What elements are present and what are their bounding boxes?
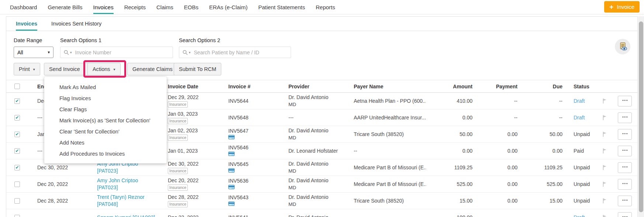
row-actions-button[interactable]: ••• [618, 196, 632, 206]
nav-item-generate-bills[interactable]: Generate Bills [48, 0, 82, 14]
search-options-2-label: Search Options 2 [179, 37, 220, 43]
insurance-badge: Insurance [168, 168, 188, 174]
payer-name-cell: AARP UnitedHealthcare Insur... [347, 115, 426, 121]
flag-icon[interactable] [602, 131, 607, 137]
nav-item-eras-e-claim[interactable]: ERAs (e-Claim) [209, 0, 247, 14]
header-cell-invoice-date: Invoice Date [161, 84, 222, 89]
row-checkbox[interactable] [14, 198, 20, 204]
row-actions-button[interactable]: ••• [618, 146, 632, 156]
flag-icon[interactable] [602, 214, 607, 217]
status-cell: Unpaid [564, 131, 593, 137]
menu-item-mark-as-mailed[interactable]: Mark As Mailed [44, 82, 167, 93]
flag-icon[interactable] [602, 165, 607, 170]
flag-icon[interactable] [602, 181, 607, 187]
tab-invoices[interactable]: Invoices [16, 17, 37, 31]
nav-item-dashboard[interactable]: Dashboard [10, 0, 37, 14]
patient-cell: Trent (Taryn) Reznor[PAT048] [90, 194, 161, 208]
row-checkbox[interactable]: ✔ [14, 132, 20, 137]
row-checkbox[interactable]: ✔ [14, 165, 20, 170]
checkmark-icon: ✔ [15, 115, 19, 120]
search-icon [183, 50, 188, 55]
patient-link[interactable]: Amy John Criptoo[PAT023] [97, 177, 138, 191]
generate-claims-button[interactable]: Generate Claims [127, 63, 178, 75]
due-cell: 15.00 [519, 198, 564, 204]
provider-credentials: MD [288, 167, 347, 174]
view-invoice-settings-button[interactable] [615, 39, 630, 54]
invoice-date-cell: Dec 30, 2022Insurance [161, 161, 222, 174]
payment-cell: 0.00 [474, 198, 519, 204]
invoice-number-search: ▾ [60, 47, 173, 58]
select-all-checkbox[interactable] [14, 84, 20, 89]
amount-cell: 0.00 [426, 148, 474, 154]
invoice-date-cell: Jan 02, 2023Insurance [161, 128, 222, 141]
due-cell: 0.00 [519, 148, 564, 154]
send-invoice-button[interactable]: Send Invoice▾ [44, 63, 90, 75]
date-range-select[interactable]: All ▾ [14, 47, 53, 58]
provider-cell: Dr. David AntonioMD [282, 127, 347, 141]
print-button[interactable]: Print▾ [14, 63, 40, 75]
document-eye-icon [618, 42, 628, 52]
status-cell: Unpaid [564, 181, 593, 187]
new-invoice-button[interactable]: + Invoice [604, 1, 640, 13]
payment-card-icon [228, 151, 235, 157]
flag-icon[interactable] [602, 198, 607, 204]
send-invoice-label: Send Invoice [49, 66, 80, 72]
patient-link[interactable]: Trent (Taryn) Reznor[PAT048] [97, 194, 145, 208]
row-checkbox[interactable]: ✔ [14, 115, 20, 121]
actions-label: Actions [93, 66, 110, 72]
encounter-date-cell: Dec 28, 2022 [30, 198, 90, 204]
row-actions-button[interactable]: ••• [618, 162, 632, 173]
flag-icon[interactable] [602, 148, 607, 154]
insurance-badge: Insurance [168, 101, 188, 108]
menu-item-mark-invoice-s-as-sent-for-collection[interactable]: Mark Invoice(s) as 'Sent for Collection' [44, 115, 167, 126]
nav-item-eobs[interactable]: EOBs [184, 0, 198, 14]
table-row: Sonam Kumari [CUA002]Dec 23, 2022INV5641… [6, 209, 637, 217]
nav-item-reports[interactable]: Reports [316, 0, 335, 14]
invoice-number: INV5647 [228, 128, 282, 134]
patient-link[interactable]: Sonam Kumari [CUA002] [97, 214, 155, 217]
menu-item-flag-invoices[interactable]: Flag Invoices [44, 93, 167, 104]
row-checkbox[interactable]: ✔ [14, 148, 20, 154]
actions-button[interactable]: Actions▾ [87, 63, 121, 75]
table-row: Dec 20, 2022Amy John Criptoo[PAT023]Dec … [6, 176, 637, 193]
submit-to-rcm-button[interactable]: Submit To RCM [174, 63, 221, 75]
row-checkbox[interactable] [14, 182, 20, 187]
tab-invoices-sent-history[interactable]: Invoices Sent History [51, 17, 101, 31]
flag-icon[interactable] [602, 98, 607, 104]
row-actions-button[interactable]: ••• [618, 96, 632, 106]
row-actions-button[interactable]: ••• [618, 112, 632, 123]
menu-item-add-notes[interactable]: Add Notes [44, 137, 167, 148]
table-row: Dec 28, 2022Trent (Taryn) Reznor[PAT048]… [6, 193, 637, 209]
row-actions-button[interactable]: ••• [618, 129, 632, 140]
patient-name: Amy John Criptoo [97, 177, 138, 183]
amount-cell: 0.00 [426, 115, 474, 121]
row-checkbox[interactable] [14, 215, 20, 217]
invoice-number-cell: INV5645 [222, 161, 282, 174]
nav-item-invoices[interactable]: Invoices [93, 0, 114, 14]
flag-icon[interactable] [602, 115, 607, 121]
row-checkbox[interactable]: ✔ [14, 98, 20, 104]
invoice-date-cell: Dec 28, 2022Insurance [161, 194, 222, 207]
row-actions-button[interactable]: ••• [618, 212, 632, 217]
invoice-number-input[interactable] [75, 49, 169, 56]
row-actions-button[interactable]: ••• [618, 179, 632, 190]
invoice-date-cell: Dec 20, 2022Insurance [161, 177, 222, 191]
nav-item-patient-statements[interactable]: Patient Statements [258, 0, 305, 14]
nav-item-receipts[interactable]: Receipts [124, 0, 146, 14]
date-range-value: All [17, 50, 23, 55]
invoice-number: INV5645 [228, 161, 282, 167]
patient-search-input[interactable] [193, 49, 287, 56]
encounter-date-cell: Dec 30, 2022 [30, 165, 90, 170]
menu-item-clear-sent-for-collection[interactable]: Clear 'Sent for Collection' [44, 126, 167, 137]
menu-item-clear-flags[interactable]: Clear Flags [44, 104, 167, 115]
nav-item-claims[interactable]: Claims [156, 0, 173, 14]
patient-name: Trent (Taryn) Reznor [97, 194, 145, 200]
insurance-badge: Insurance [168, 118, 188, 124]
scrollbar-thumb[interactable] [639, 21, 643, 212]
invoice-number: INV5641 [228, 214, 282, 217]
search-icon [64, 50, 69, 55]
invoice-date: Jan 02, 2023 [168, 128, 222, 134]
menu-item-add-procedures-to-invoices[interactable]: Add Procedures to Invoices [44, 148, 167, 159]
invoice-number-cell: INV5643 [222, 194, 282, 207]
payment-cell: -- [474, 115, 519, 121]
